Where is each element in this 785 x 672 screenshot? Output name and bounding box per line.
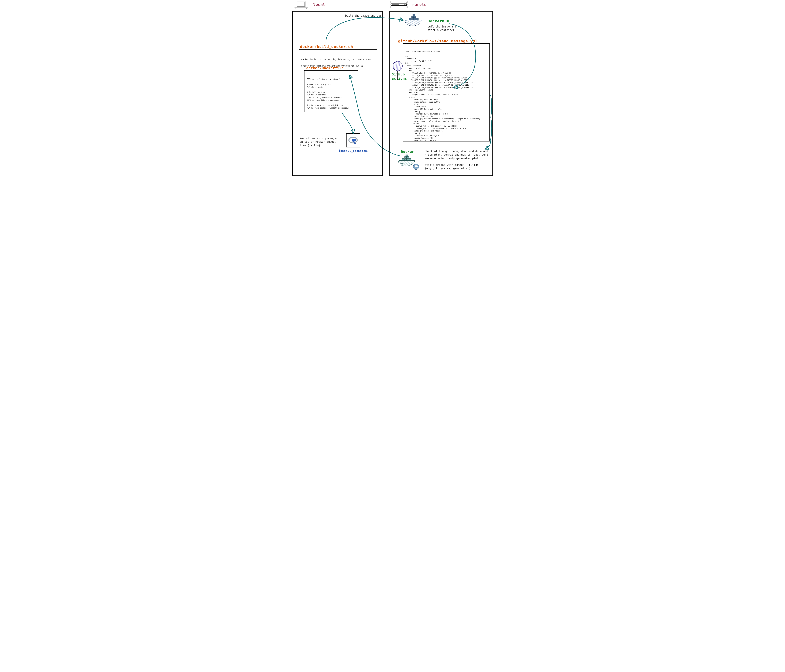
checkout-desc: checkout the git repo, download data and…: [425, 150, 488, 160]
workflow-heading: .github/workflows/send_message.yml: [396, 39, 477, 43]
svg-rect-20: [416, 18, 418, 20]
install-packages-heading: install_packages.R: [339, 149, 371, 153]
svg-point-10: [406, 2, 407, 2]
remote-heading: remote: [412, 2, 427, 7]
svg-rect-29: [402, 159, 404, 160]
svg-point-16: [408, 22, 408, 22]
dockerfile-heading: docker/Dockerfile: [306, 66, 344, 70]
svg-rect-32: [409, 159, 411, 160]
github-actions-l2: actions: [392, 76, 407, 81]
svg-rect-35: [405, 154, 408, 156]
svg-rect-30: [405, 159, 407, 160]
svg-rect-21: [411, 16, 414, 18]
svg-rect-0: [296, 1, 305, 7]
github-actions-heading: Github actions: [392, 72, 404, 81]
r-logo-icon: [348, 135, 358, 145]
dockerhub-heading: Dockerhub: [428, 19, 449, 23]
svg-point-28: [401, 162, 402, 162]
svg-point-9: [405, 2, 405, 2]
dockerfile-code-text: FROM rocker/rstudio:latest-daily # make …: [307, 78, 356, 109]
svg-point-11: [405, 4, 405, 5]
svg-point-14: [406, 7, 407, 7]
svg-point-12: [406, 4, 407, 5]
rocker-heading: Rocker: [401, 150, 414, 154]
github-octocat-icon: [392, 61, 403, 71]
install-extra-caption: install extra R packages on top of Rocke…: [300, 137, 338, 147]
rocker-desc: stable images with common R builds (e.g.…: [425, 163, 479, 170]
svg-rect-1: [297, 2, 305, 6]
svg-rect-18: [411, 18, 414, 20]
svg-rect-34: [407, 156, 409, 158]
build-push-caption: build the image and push: [345, 14, 383, 17]
svg-rect-31: [407, 159, 409, 160]
github-actions-l1: Github: [392, 72, 405, 76]
local-heading: local: [313, 2, 325, 7]
svg-rect-19: [414, 18, 416, 20]
svg-rect-17: [409, 18, 411, 20]
workflow-code: name: Send Text Message Scheduled on: sc…: [403, 44, 489, 142]
r-badge-icon: [413, 164, 419, 170]
svg-point-13: [405, 7, 405, 7]
pull-start-caption: pull the image and start a container: [428, 25, 456, 32]
dockerfile-code: FROM rocker/rstudio:latest-daily # make …: [304, 70, 358, 112]
laptop-icon: [294, 1, 309, 9]
server-icon: [390, 0, 408, 10]
svg-rect-23: [413, 14, 415, 16]
diagram-canvas: local remote build the image and push: [289, 0, 496, 180]
r-logo-box: [346, 133, 360, 147]
svg-rect-22: [414, 16, 416, 18]
build-docker-heading: docker/build_docker.sh: [300, 44, 353, 49]
workflow-code-text: name: Send Text Message Scheduled on: sc…: [405, 50, 487, 142]
dockerhub-whale-icon: [404, 14, 424, 28]
svg-rect-33: [405, 156, 407, 158]
